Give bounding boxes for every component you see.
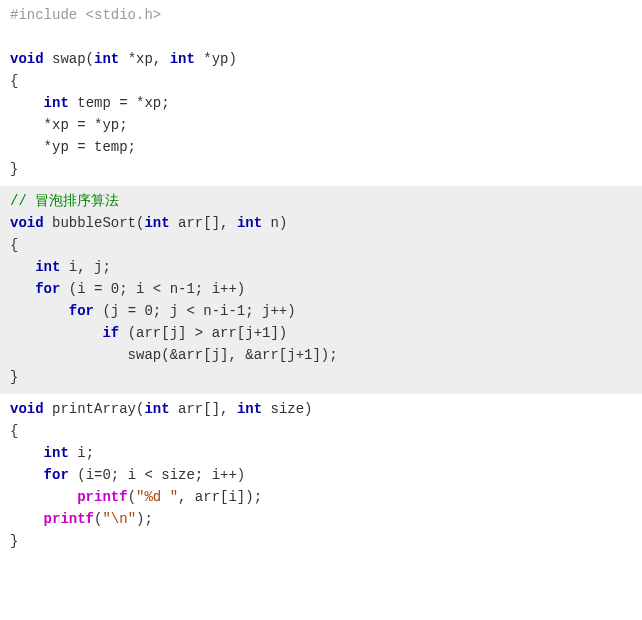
- preprocessor-line: #include <stdio.h>: [10, 7, 161, 23]
- param: arr[],: [170, 401, 237, 417]
- code-text: (: [128, 489, 136, 505]
- brace-open: {: [10, 237, 18, 253]
- code-text: *yp = temp;: [10, 139, 136, 155]
- comment-bubblesort: // 冒泡排序算法: [10, 193, 119, 209]
- code-text: , arr[i]);: [178, 489, 262, 505]
- param: *xp,: [119, 51, 169, 67]
- code-block-bubblesort: // 冒泡排序算法 void bubbleSort(int arr[], int…: [0, 186, 642, 394]
- kw-if: if: [102, 325, 119, 341]
- code-text: i;: [69, 445, 94, 461]
- indent: [10, 489, 77, 505]
- type-int: int: [144, 401, 169, 417]
- indent: [10, 445, 44, 461]
- indent: [10, 467, 44, 483]
- kw-void: void: [10, 51, 44, 67]
- brace-open: {: [10, 73, 18, 89]
- brace-open: {: [10, 423, 18, 439]
- indent: [10, 303, 69, 319]
- type-int: int: [44, 445, 69, 461]
- type-int: int: [44, 95, 69, 111]
- kw-for: for: [35, 281, 60, 297]
- code-text: );: [136, 511, 153, 527]
- param: size): [262, 401, 312, 417]
- type-int: int: [237, 401, 262, 417]
- code-text: (arr[j] > arr[j+1]): [119, 325, 287, 341]
- indent: [10, 511, 44, 527]
- indent: [10, 259, 35, 275]
- brace-close: }: [10, 369, 18, 385]
- brace-close: }: [10, 161, 18, 177]
- kw-for: for: [69, 303, 94, 319]
- param: *yp): [195, 51, 237, 67]
- code-text: (j = 0; j < n-i-1; j++): [94, 303, 296, 319]
- type-int: int: [170, 51, 195, 67]
- kw-void: void: [10, 215, 44, 231]
- fn-printf: printf: [77, 489, 127, 505]
- indent: [10, 95, 44, 111]
- kw-void: void: [10, 401, 44, 417]
- type-int: int: [144, 215, 169, 231]
- param: n): [262, 215, 287, 231]
- type-int: int: [237, 215, 262, 231]
- code-block-include-swap: #include <stdio.h> void swap(int *xp, in…: [0, 0, 642, 186]
- fn-printf: printf: [44, 511, 94, 527]
- param: arr[],: [170, 215, 237, 231]
- code-text: temp = *xp;: [69, 95, 170, 111]
- indent: [10, 281, 35, 297]
- string-literal: "%d ": [136, 489, 178, 505]
- indent: [10, 325, 102, 341]
- brace-close: }: [10, 533, 18, 549]
- fn-name-printarray: printArray(: [44, 401, 145, 417]
- kw-for: for: [44, 467, 69, 483]
- type-int: int: [94, 51, 119, 67]
- string-literal: "\n": [102, 511, 136, 527]
- fn-name-swap: swap(: [44, 51, 94, 67]
- code-text: (i = 0; i < n-1; i++): [60, 281, 245, 297]
- fn-name-bubblesort: bubbleSort(: [44, 215, 145, 231]
- code-text: swap(&arr[j], &arr[j+1]);: [10, 347, 338, 363]
- code-block-printarray: void printArray(int arr[], int size) { i…: [0, 394, 642, 558]
- code-text: *xp = *yp;: [10, 117, 128, 133]
- type-int: int: [35, 259, 60, 275]
- code-text: i, j;: [60, 259, 110, 275]
- code-text: (i=0; i < size; i++): [69, 467, 245, 483]
